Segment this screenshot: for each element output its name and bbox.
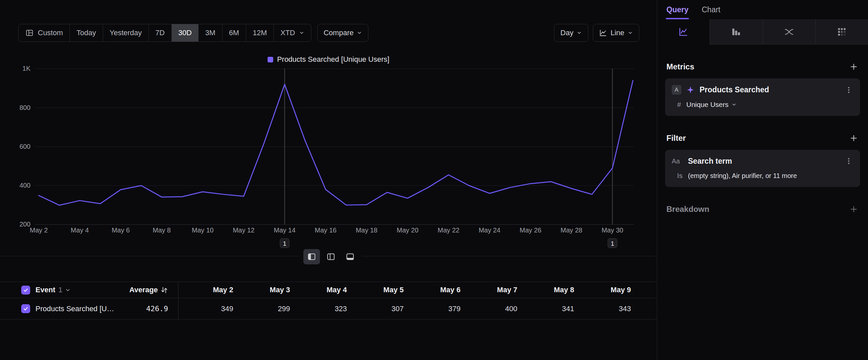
filter-section-header: Filter [657,133,868,143]
line-chart-icon [599,29,607,37]
value-cell: 349 [178,305,235,313]
metrics-heading: Metrics [666,62,694,72]
date-range-label: Today [76,29,96,37]
table-header-row: Event 1 Average May 2May 3May 4May 5May … [0,282,657,298]
tab-chart-label: Chart [702,5,720,14]
x-tick-label: May 10 [192,226,214,234]
report-tab-funnels[interactable] [710,19,762,45]
value-cell: 307 [349,305,405,313]
filter-value[interactable]: (empty string), Air purifier, or 11 more [688,172,797,180]
date-range-xtd[interactable]: XTD [274,24,311,41]
date-range-custom[interactable]: Custom [19,24,70,41]
y-tick-label: 1K [23,65,31,72]
x-tick-label: May 30 [601,226,623,234]
metrics-section-header: Metrics [657,62,868,72]
chevron-down-icon [357,30,362,35]
filter-operator[interactable]: Is [672,172,688,180]
column-header[interactable]: May 8 [519,286,576,294]
filter-card[interactable]: Aa Search term Is (empty string), Air pu… [665,150,860,187]
x-tick-label: May 14 [274,226,296,234]
compare-label: Compare [323,29,353,37]
metric-card-row1: A Products Searched [672,85,854,95]
x-tick-label: May 22 [438,226,460,234]
x-tick-label: May 12 [233,226,255,234]
sort-icon[interactable] [160,286,168,294]
results-table: Event 1 Average May 2May 3May 4May 5May … [0,282,657,320]
compare-button[interactable]: Compare [317,24,368,42]
x-tick-label: May 18 [356,226,378,234]
view-toggle-split-top[interactable] [322,249,339,265]
retention-grid-icon [837,27,847,37]
report-tab-insights[interactable] [657,19,710,45]
x-tick-label: May 6 [112,226,130,234]
y-tick-label: 600 [20,143,31,150]
chart-type-button[interactable]: Line [593,24,639,42]
chart-area: 2004006008001KMay 2May 4May 6May 8May 10… [0,65,657,264]
filter-type-badge: Aa [672,158,683,165]
tab-chart[interactable]: Chart [702,0,720,19]
metric-card[interactable]: A Products Searched # Unique Users [665,78,860,116]
table-row-frozen: Products Searched [Unique Users] 426.9 [0,298,178,319]
table-row: Products Searched [Unique Users] 426.9 3… [0,298,657,320]
main-area: CustomTodayYesterday7D30D3M6M12MXTD Comp… [0,0,657,360]
plus-icon [850,205,858,213]
column-header[interactable]: May 4 [292,286,349,294]
add-metric-button[interactable] [849,62,859,72]
date-range-yesterday[interactable]: Yesterday [103,24,149,41]
column-header[interactable]: May 5 [349,286,405,294]
value-cell: 323 [292,305,349,313]
date-range-label: 7D [155,29,165,37]
granularity-button[interactable]: Day [554,24,588,42]
legend-label: Products Searched [Unique Users] [277,55,390,64]
row-event-name[interactable]: Products Searched [Unique Users] [35,305,115,313]
date-range-12m[interactable]: 12M [246,24,274,41]
day-value-cells: 349299323307379400341343 [178,298,657,319]
x-tick-label: May 20 [397,226,418,234]
date-range-label: 30D [178,29,192,37]
chevron-down-icon[interactable] [65,287,71,293]
select-all-checkbox[interactable] [21,286,30,295]
date-range-6m[interactable]: 6M [222,24,246,41]
kebab-menu-icon [845,157,852,165]
chevron-down-icon [299,30,304,35]
date-range-group: CustomTodayYesterday7D30D3M6M12MXTD [18,24,311,42]
aggregation-selector[interactable]: Unique Users [686,101,737,109]
value-cell: 343 [576,305,633,313]
granularity-label: Day [560,29,573,37]
table-header-frozen: Event 1 Average [0,282,178,298]
date-range-30d[interactable]: 30D [172,24,198,41]
line-chart[interactable]: 2004006008001KMay 2May 4May 6May 8May 10… [0,65,657,264]
report-type-tabs [657,19,868,45]
view-toggle-chart-only[interactable] [342,249,359,265]
report-tab-retention[interactable] [815,19,868,45]
date-range-7d[interactable]: 7D [149,24,172,41]
metric-letter-badge: A [672,85,681,95]
tab-query[interactable]: Query [666,0,688,19]
date-range-today[interactable]: Today [70,24,103,41]
split-left-icon [307,252,316,261]
row-checkbox[interactable] [21,304,30,313]
chevron-down-icon [577,30,582,35]
value-cell: 379 [406,305,463,313]
chevron-down-icon [628,30,633,35]
custom-range-icon [25,29,34,37]
value-cell: 341 [519,305,576,313]
average-column-header[interactable]: Average [115,286,178,294]
view-toggle-split-left[interactable] [303,249,320,265]
metric-card-row2: # Unique Users [672,101,854,109]
add-filter-button[interactable] [849,133,859,143]
report-tab-flows[interactable] [763,19,815,45]
row-average: 426.9 [115,305,178,313]
column-header[interactable]: May 3 [235,286,292,294]
column-header[interactable]: May 6 [406,286,463,294]
column-header[interactable]: May 7 [463,286,519,294]
value-cell: 299 [235,305,292,313]
column-header[interactable]: May 2 [178,286,235,294]
filter-property-name: Search term [688,157,839,166]
metric-menu-button[interactable] [844,85,854,95]
filter-menu-button[interactable] [844,157,854,166]
x-tick-label: May 8 [153,226,171,234]
date-range-3m[interactable]: 3M [198,24,222,41]
column-header[interactable]: May 9 [576,286,633,294]
add-breakdown-button[interactable] [849,204,859,214]
